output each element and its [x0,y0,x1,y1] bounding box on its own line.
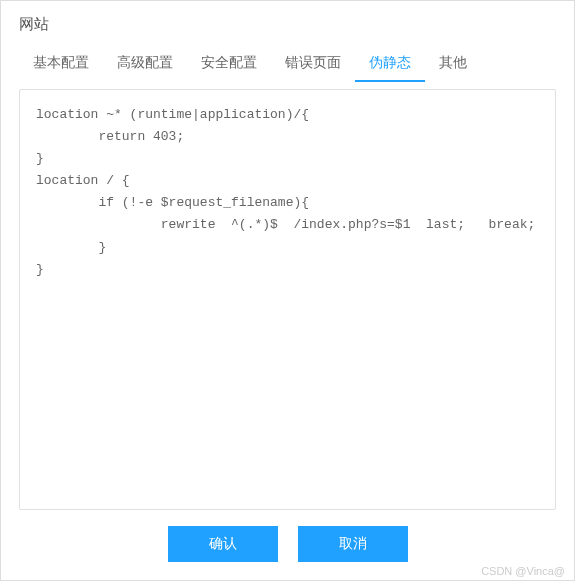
dialog-content: 基本配置 高级配置 安全配置 错误页面 伪静态 其他 location ~* (… [1,44,574,510]
tab-rewrite[interactable]: 伪静态 [355,44,425,82]
tab-security-config[interactable]: 安全配置 [187,44,271,82]
dialog-header: 网站 [1,1,574,44]
cancel-button[interactable]: 取消 [298,526,408,562]
dialog: 网站 基本配置 高级配置 安全配置 错误页面 伪静态 其他 location ~… [0,0,575,581]
tab-basic-config[interactable]: 基本配置 [19,44,103,82]
watermark: CSDN @Vinca@ [481,565,565,577]
tabs: 基本配置 高级配置 安全配置 错误页面 伪静态 其他 [19,44,556,83]
tab-other[interactable]: 其他 [425,44,481,82]
tab-advanced-config[interactable]: 高级配置 [103,44,187,82]
tab-error-pages[interactable]: 错误页面 [271,44,355,82]
config-textarea[interactable]: location ~* (runtime|application)/{ retu… [19,89,556,510]
dialog-title: 网站 [19,15,49,32]
confirm-button[interactable]: 确认 [168,526,278,562]
